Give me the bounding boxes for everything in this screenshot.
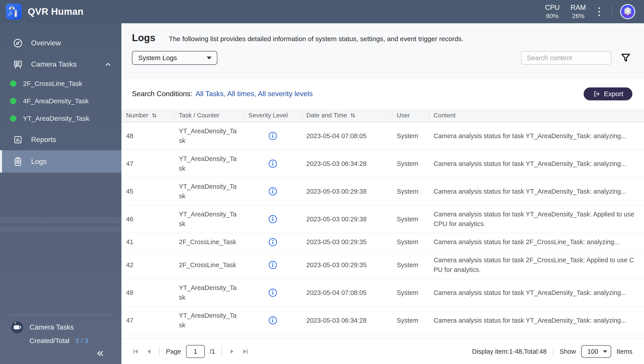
sort-icon[interactable] [350,112,356,118]
log-user: System [392,284,429,302]
task-status-dot [10,115,16,122]
log-user: System [392,183,429,200]
info-icon[interactable] [268,288,277,297]
last-page-icon[interactable] [242,348,249,355]
log-severity [244,155,302,172]
log-user: System [392,155,429,172]
chevron-up-icon[interactable] [104,60,112,68]
export-button[interactable]: Export [584,88,632,100]
column-header-severity: Severity Level [244,109,302,122]
column-header-task: Task / Counter [174,109,244,122]
info-icon[interactable] [268,238,277,246]
search-input[interactable] [521,51,611,64]
log-datetime: 2023-05-03 06:34:28 [302,312,392,329]
task-status-dot [10,80,16,87]
column-header-datetime: Date and Time [302,109,392,122]
sidebar-decoration [0,217,122,223]
filters-section: Logs The following list provides detaile… [122,23,644,79]
created-total-label: Created/Total [30,337,69,344]
items-per-page-select[interactable]: 100 [581,345,611,358]
sidebar-task-4f-areadensity[interactable]: 4F_AreaDensity_Task [0,92,122,110]
log-content: Camera analysis status for task 2F_Cross… [429,251,644,278]
qvr-human-app: QVR Human CPU 80% RAM 26% [0,0,644,364]
column-header-user: User [392,109,429,122]
info-icon[interactable] [268,215,277,224]
pager-divider [222,346,222,356]
log-user: System [392,127,429,145]
user-avatar[interactable]: ★ [620,4,636,20]
cpu-meter: CPU 80% [539,3,565,20]
log-task: YT_AreaDensity_Task [174,178,244,205]
log-task: YT_AreaDensity_Task [174,307,244,334]
sidebar-item-label: Logs [31,158,46,166]
sidebar-task-yt-areadensity[interactable]: YT_AreaDensity_Task [0,110,122,127]
pagination-bar: Page /1 Display item:1-48,Total:48 Show … [122,338,644,364]
info-icon[interactable] [268,316,277,325]
topbar: QVR Human CPU 80% RAM 26% [0,0,644,23]
search-conditions-links[interactable]: All Tasks, All times, All severity level… [196,90,312,98]
log-task: 2F_CrossLine_Task [174,233,244,251]
presentation-board-icon [13,59,23,70]
brand: QVR Human [6,4,84,20]
log-task: YT_AreaDensity_Task [174,150,244,177]
log-datetime: 2023-05-03 00:29:35 [302,233,392,251]
sidebar-item-label: Camera Tasks [31,60,77,68]
sidebar-item-reports[interactable]: Reports [0,129,122,150]
export-label: Export [604,90,624,98]
info-icon[interactable] [268,159,277,168]
sidebar-footer-divider [10,315,111,315]
sidebar-footer: Camera Tasks Created/Total 3 / 3 « [0,315,122,364]
sidebar-item-camera-tasks[interactable]: Camera Tasks [0,54,122,75]
sidebar-item-logs[interactable]: Logs [0,150,122,172]
info-icon[interactable] [268,260,277,270]
log-number: 48 [122,127,174,145]
pager-divider [553,346,554,356]
log-task: YT_AreaDensity_Task [174,122,244,150]
show-label: Show [560,348,576,355]
log-severity [244,256,302,274]
log-severity [244,183,302,200]
task-label: 2F_CrossLine_Task [23,80,82,88]
previous-page-icon[interactable] [145,348,153,355]
ram-label: RAM [565,3,591,12]
log-number: 48 [122,284,174,302]
log-severity [244,128,302,144]
table-body: 48YT_AreaDensity_Task2023-05-04 07:08:05… [122,122,644,334]
log-datetime: 2023-05-03 06:34:28 [302,155,392,172]
export-icon [593,90,600,98]
more-options-icon[interactable] [591,4,607,20]
ram-meter: RAM 26% [565,3,591,20]
log-type-select[interactable]: System Logs [132,51,217,65]
filter-funnel-icon[interactable] [620,52,631,63]
items-per-page-value: 100 [588,348,598,355]
task-label: YT_AreaDensity_Task [23,115,90,122]
sort-icon[interactable] [151,112,158,118]
log-user: System [392,210,429,228]
created-total-value: 3 / 3 [75,337,88,344]
topbar-right: CPU 80% RAM 26% ★ [539,3,636,20]
log-type-selected-value: System Logs [138,54,177,62]
log-number: 47 [122,312,174,329]
task-label: 4F_AreaDensity_Task [23,97,88,105]
next-page-icon[interactable] [228,348,236,355]
log-datetime: 2023-05-04 07:08:05 [302,127,392,145]
log-user: System [392,312,429,329]
log-number: 46 [122,210,174,228]
task-status-dot [10,98,16,104]
log-content: Camera analysis status for task YT_AreaD… [429,284,644,302]
sidebar-task-2f-crossline[interactable]: 2F_CrossLine_Task [0,75,122,92]
page-number-input[interactable] [186,345,205,358]
info-icon[interactable] [268,132,277,140]
first-page-icon[interactable] [132,348,140,355]
page-description: The following list provides detailed inf… [169,35,463,43]
collapse-sidebar-icon[interactable]: « [96,346,104,359]
log-task: YT_AreaDensity_Task [174,279,244,306]
log-severity [244,284,302,301]
app-logo-icon [6,4,22,20]
info-icon[interactable] [268,187,277,196]
log-datetime: 2023-05-03 00:29:35 [302,256,392,274]
sidebar-item-overview[interactable]: Overview [0,32,122,54]
log-number: 41 [122,233,174,251]
table-row: 412F_CrossLine_Task2023-05-03 00:29:35Sy… [122,233,644,251]
log-severity [244,312,302,329]
